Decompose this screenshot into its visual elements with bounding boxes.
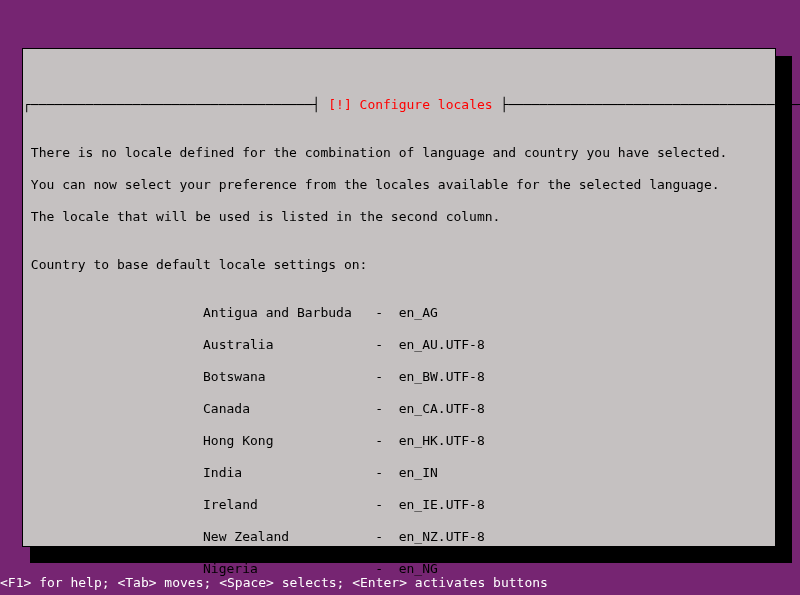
- row-leading-space: [23, 465, 203, 480]
- row-text: Botswana - en_BW.UTF-8: [203, 369, 532, 384]
- intro-text-2: You can now select your preference from …: [23, 177, 775, 193]
- row-text: Antigua and Barbuda - en_AG: [203, 305, 485, 320]
- row-leading-space: [23, 305, 203, 320]
- configure-locales-dialog: ┌────────────────────────────────────┤ […: [22, 48, 776, 547]
- locale-list-item[interactable]: Canada - en_CA.UTF-8: [23, 401, 775, 417]
- row-text: Nigeria - en_NG: [203, 561, 485, 576]
- dialog-title: [!] Configure locales: [328, 97, 492, 112]
- locale-list-item[interactable]: Hong Kong - en_HK.UTF-8: [23, 433, 775, 449]
- row-leading-space: [23, 433, 203, 448]
- screen: ┌────────────────────────────────────┤ […: [0, 0, 800, 595]
- row-leading-space: [23, 369, 203, 384]
- row-text: Hong Kong - en_HK.UTF-8: [203, 433, 532, 448]
- row-leading-space: [23, 561, 203, 576]
- row-leading-space: [23, 337, 203, 352]
- locale-list-item[interactable]: Ireland - en_IE.UTF-8: [23, 497, 775, 513]
- footer-help-text: <F1> for help; <Tab> moves; <Space> sele…: [0, 575, 800, 591]
- prompt-text: Country to base default locale settings …: [23, 257, 775, 273]
- row-leading-space: [23, 497, 203, 512]
- row-text: India - en_IN: [203, 465, 485, 480]
- locale-list-item[interactable]: New Zealand - en_NZ.UTF-8: [23, 529, 775, 545]
- intro-text-1: There is no locale defined for the combi…: [23, 145, 775, 161]
- intro-text-3: The locale that will be used is listed i…: [23, 209, 775, 225]
- row-text: Ireland - en_IE.UTF-8: [203, 497, 532, 512]
- title-border-line: ┌────────────────────────────────────┤ […: [23, 97, 775, 113]
- locale-list-item[interactable]: Australia - en_AU.UTF-8: [23, 337, 775, 353]
- row-leading-space: [23, 529, 203, 544]
- row-leading-space: [23, 401, 203, 416]
- locale-list-item[interactable]: Botswana - en_BW.UTF-8: [23, 369, 775, 385]
- row-text: New Zealand - en_NZ.UTF-8: [203, 529, 532, 544]
- locale-list[interactable]: Antigua and Barbuda - en_AG Australia - …: [23, 305, 775, 595]
- locale-list-item[interactable]: Antigua and Barbuda - en_AG: [23, 305, 775, 321]
- dialog-content: ┌────────────────────────────────────┤ […: [23, 81, 775, 595]
- locale-list-item[interactable]: India - en_IN: [23, 465, 775, 481]
- row-text: Australia - en_AU.UTF-8: [203, 337, 532, 352]
- row-text: Canada - en_CA.UTF-8: [203, 401, 532, 416]
